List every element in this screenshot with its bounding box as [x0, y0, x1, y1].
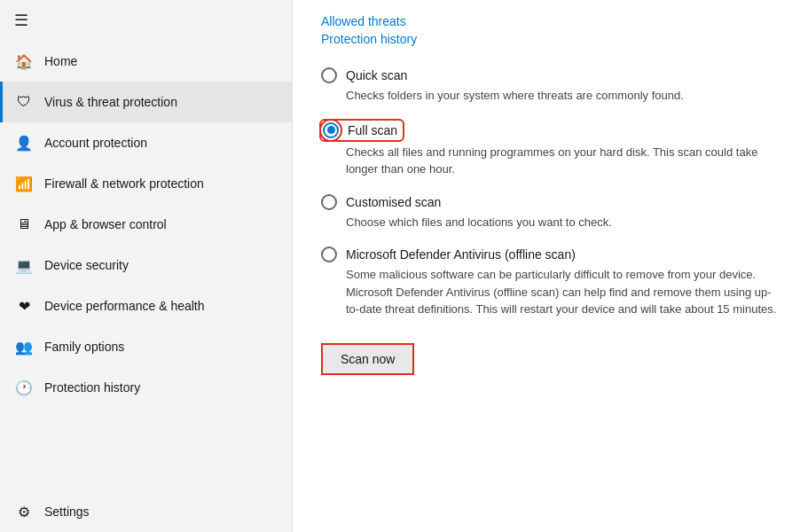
sidebar-label-app-browser: App & browser control	[44, 217, 167, 231]
radio-quick-scan[interactable]	[321, 67, 337, 83]
scan-option-header-customised-scan[interactable]: Customised scan	[321, 194, 780, 210]
sidebar-item-virus-threat[interactable]: 🛡 Virus & threat protection	[0, 82, 292, 122]
main-content: Allowed threatsProtection history Quick …	[293, 0, 808, 532]
sidebar-item-home[interactable]: 🏠 Home	[0, 41, 292, 82]
link-allowed-threats[interactable]: Allowed threats	[321, 14, 406, 28]
account-protection-icon: 👤	[14, 133, 34, 153]
virus-threat-icon: 🛡	[14, 92, 34, 112]
radio-full-scan[interactable]	[323, 122, 339, 138]
sidebar-label-account-protection: Account protection	[44, 136, 147, 150]
radio-offline-scan[interactable]	[321, 246, 337, 262]
sidebar-item-account-protection[interactable]: 👤 Account protection	[0, 122, 292, 163]
firewall-icon: 📶	[14, 174, 34, 193]
sidebar-label-home: Home	[44, 54, 77, 68]
protection-history-icon: 🕐	[14, 378, 34, 397]
home-icon: 🏠	[14, 51, 34, 71]
sidebar-label-protection-history: Protection history	[44, 380, 140, 395]
sidebar-item-family-options[interactable]: 👥 Family options	[0, 326, 292, 367]
scan-label-customised-scan: Customised scan	[346, 195, 441, 209]
sidebar-label-firewall: Firewall & network protection	[44, 176, 204, 191]
scan-label-full-scan: Full scan	[348, 123, 397, 137]
family-options-icon: 👥	[14, 337, 34, 356]
sidebar-item-device-security[interactable]: 💻 Device security	[0, 245, 292, 286]
scan-desc-full-scan: Checks all files and running programmes …	[346, 144, 780, 178]
scan-label-offline-scan: Microsoft Defender Antivirus (offline sc…	[346, 247, 576, 262]
sidebar-item-firewall[interactable]: 📶 Firewall & network protection	[0, 163, 292, 204]
scan-label-quick-scan: Quick scan	[346, 68, 407, 82]
scan-option-header-offline-scan[interactable]: Microsoft Defender Antivirus (offline sc…	[321, 246, 780, 262]
sidebar-item-settings[interactable]: ⚙ Settings	[0, 491, 292, 532]
sidebar-item-protection-history[interactable]: 🕐 Protection history	[0, 367, 292, 408]
scan-desc-customised-scan: Choose which files and locations you wan…	[346, 214, 780, 231]
scan-options: Quick scanChecks folders in your system …	[321, 67, 780, 318]
sidebar-label-device-performance: Device performance & health	[44, 299, 205, 313]
sidebar-item-app-browser[interactable]: 🖥 App & browser control	[0, 204, 292, 245]
settings-icon: ⚙	[14, 502, 34, 521]
scan-desc-quick-scan: Checks folders in your system where thre…	[346, 87, 780, 105]
scan-now-wrapper: Scan now	[321, 343, 780, 375]
scan-option-customised-scan: Customised scanChoose which files and lo…	[321, 194, 780, 231]
scan-option-header-full-scan[interactable]: Full scan	[321, 121, 780, 140]
scan-option-offline-scan: Microsoft Defender Antivirus (offline sc…	[321, 246, 780, 318]
sidebar-label-device-security: Device security	[44, 258, 129, 272]
sidebar-item-device-performance[interactable]: ❤ Device performance & health	[0, 286, 292, 326]
sidebar-label-settings: Settings	[44, 505, 90, 519]
scan-desc-offline-scan: Some malicious software can be particula…	[346, 266, 780, 318]
hamburger-icon[interactable]: ☰	[0, 0, 292, 41]
device-security-icon: 💻	[14, 255, 34, 275]
sidebar-label-family-options: Family options	[44, 340, 124, 354]
link-row-protection-history: Protection history	[321, 32, 780, 46]
scan-option-full-scan: Full scanChecks all files and running pr…	[321, 121, 780, 178]
sidebar-label-virus-threat: Virus & threat protection	[44, 95, 177, 109]
link-row-allowed-threats: Allowed threats	[321, 14, 780, 28]
scan-option-header-quick-scan[interactable]: Quick scan	[321, 67, 780, 83]
scan-now-button[interactable]: Scan now	[321, 343, 414, 375]
device-performance-icon: ❤	[14, 296, 34, 316]
scan-option-highlight-full-scan: Full scan	[321, 121, 403, 140]
app-browser-icon: 🖥	[14, 215, 34, 234]
radio-customised-scan[interactable]	[321, 194, 337, 210]
link-protection-history[interactable]: Protection history	[321, 32, 417, 46]
sidebar: ☰ 🏠 Home 🛡 Virus & threat protection 👤 A…	[0, 0, 293, 532]
scan-option-quick-scan: Quick scanChecks folders in your system …	[321, 67, 780, 105]
